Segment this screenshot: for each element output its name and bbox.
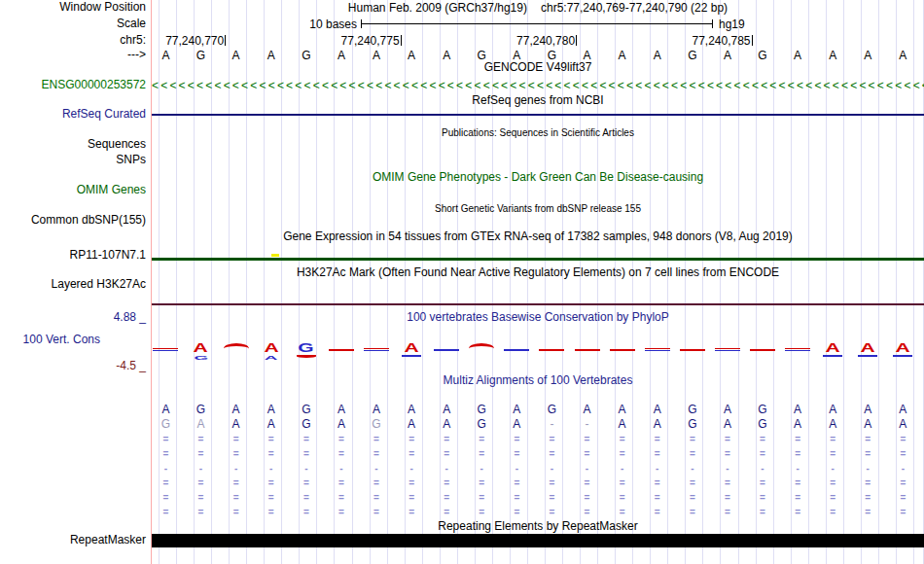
base-letter: A <box>718 49 737 62</box>
alignment-symbol: = <box>191 505 212 519</box>
omim-track-title[interactable]: OMIM Gene Phenotypes - Dark Green Can Be… <box>152 171 924 184</box>
alignment-symbol: = <box>436 505 457 519</box>
conservation-top-letter: A <box>861 343 875 353</box>
refseq-track-title[interactable]: RefSeq genes from NCBI <box>152 94 924 107</box>
alignment-symbol: = <box>612 476 633 490</box>
alignment-symbol: - <box>682 461 703 476</box>
alignment-cell: A <box>506 403 527 417</box>
alignment-symbol: = <box>752 432 773 446</box>
alignment-symbol: = <box>647 476 668 490</box>
dbsnp-track-title[interactable]: Short Genetic Variants from dbSNP releas… <box>152 202 924 215</box>
sequences-label[interactable]: Sequences <box>88 138 146 151</box>
repeatmasker-element-bar[interactable] <box>152 534 924 547</box>
window-position-row: Human Feb. 2009 (GRCh37/hg19) chr5:77,24… <box>152 1 924 15</box>
alignment-symbol: = <box>191 432 212 446</box>
gtex-gene-model-line[interactable] <box>152 258 924 261</box>
alignment-symbol: = <box>331 432 352 446</box>
strand-direction-label: ---> <box>127 49 146 61</box>
gtex-gene-label[interactable]: RP11-107N7.1 <box>70 249 147 262</box>
vert-cons-label[interactable]: 100 Vert. Cons <box>23 334 100 346</box>
alignment-symbol: = <box>717 490 738 505</box>
alignment-symbol: = <box>155 432 176 446</box>
base-letter: A <box>262 49 281 62</box>
alignment-symbol: = <box>261 490 282 505</box>
coordinate-label: 77,240,785 <box>692 34 750 48</box>
coordinate-tick <box>576 35 577 46</box>
alignment-symbol: = <box>857 432 878 446</box>
conservation-dash <box>715 350 740 351</box>
alignment-symbol: = <box>436 476 457 490</box>
base-letter: A <box>823 49 842 62</box>
alignment-cell: - <box>541 417 562 432</box>
alignment-cell: A <box>822 417 843 432</box>
repeatmasker-label[interactable]: RepeatMasker <box>70 534 146 546</box>
omim-genes-label[interactable]: OMIM Genes <box>77 184 146 196</box>
alignment-symbol: = <box>541 446 562 461</box>
dbsnp-label[interactable]: Common dbSNP(155) <box>31 214 146 227</box>
conservation-dash <box>715 348 740 349</box>
alignment-symbol: = <box>296 490 317 505</box>
alignment-symbol: = <box>612 490 633 505</box>
alignment-symbol: = <box>577 505 598 519</box>
alignment-symbol: - <box>787 461 808 476</box>
base-letter: A <box>648 49 667 62</box>
alignment-cell: A <box>331 403 352 417</box>
alignment-symbol: = <box>401 432 422 446</box>
phylop-track-title[interactable]: 100 vertebrates Basewise Conservation by… <box>152 311 924 324</box>
conservation-dash <box>364 348 389 349</box>
alignment-symbol: = <box>471 446 492 461</box>
base-letter: G <box>683 49 702 62</box>
alignment-symbol: = <box>296 446 317 461</box>
alignment-symbol: - <box>647 461 668 476</box>
conservation-bottom-letter: A <box>265 356 278 360</box>
alignment-symbol: - <box>822 461 843 476</box>
alignment-symbol: = <box>647 446 668 461</box>
conservation-top-letter: A <box>896 343 910 353</box>
alignment-cell: G <box>682 403 703 417</box>
alignment-symbol: = <box>155 446 176 461</box>
gencode-gene-strand-arrows[interactable]: <<<<<<<<<<<<<<<<<<<<<<<<<<<<<<<<<<<<<<<<… <box>152 80 924 91</box>
conservation-letter-stack: AG <box>187 342 216 362</box>
gtex-track-title[interactable]: Gene Expression in 54 tissues from GTEx … <box>152 230 924 243</box>
base-letter: A <box>402 49 421 62</box>
gtex-expression-tick <box>271 254 279 257</box>
alignment-cell: A <box>892 417 913 432</box>
alignment-symbol: = <box>612 446 633 461</box>
alignment-cell: A <box>506 417 527 432</box>
conservation-underbar <box>858 355 877 357</box>
publications-track-title[interactable]: Publications: Sequences in Scientific Ar… <box>152 126 924 139</box>
alignment-cell: A <box>331 417 352 432</box>
repeatmasker-track-title[interactable]: Repeating Elements by RepeatMasker <box>152 520 924 533</box>
base-letter: A <box>156 49 175 62</box>
base-letter: A <box>858 49 877 62</box>
alignment-symbol: = <box>541 476 562 490</box>
snps-label[interactable]: SNPs <box>116 154 146 166</box>
gencode-gene-label[interactable]: ENSG00000253572 <box>42 79 146 91</box>
refseq-gene-line[interactable] <box>152 114 924 116</box>
layered-h3k27ac-label[interactable]: Layered H3K27Ac <box>52 278 146 291</box>
alignment-cell: - <box>577 417 598 432</box>
alignment-cell: A <box>226 417 247 432</box>
alignment-symbol: = <box>822 476 843 490</box>
alignment-symbol: = <box>717 432 738 446</box>
alignment-cell: G <box>682 417 703 432</box>
h3k27ac-track-title[interactable]: H3K27Ac Mark (Often Found Near Active Re… <box>152 266 924 279</box>
alignment-cell: A <box>191 417 212 432</box>
alignment-symbol: - <box>892 461 913 476</box>
conservation-dash <box>364 350 389 351</box>
refseq-curated-label[interactable]: RefSeq Curated <box>62 108 146 121</box>
base-letter: A <box>788 49 807 62</box>
conservation-letter-stack: G <box>292 342 321 358</box>
gencode-track-title[interactable]: GENCODE V49lift37 <box>152 61 924 74</box>
conservation-dash <box>329 349 354 351</box>
alignment-symbol: = <box>401 446 422 461</box>
multiz-track-title[interactable]: Multiz Alignments of 100 Vertebrates <box>152 374 924 387</box>
alignment-cell: A <box>787 417 808 432</box>
conservation-dash <box>645 350 670 351</box>
alignment-symbol: = <box>191 490 212 505</box>
position-range: chr5:77,240,769-77,240,790 (22 bp) <box>541 1 728 15</box>
alignment-cell: A <box>577 403 598 417</box>
alignment-symbol: = <box>892 476 913 490</box>
alignment-symbol: = <box>822 490 843 505</box>
base-letter: G <box>297 49 316 62</box>
